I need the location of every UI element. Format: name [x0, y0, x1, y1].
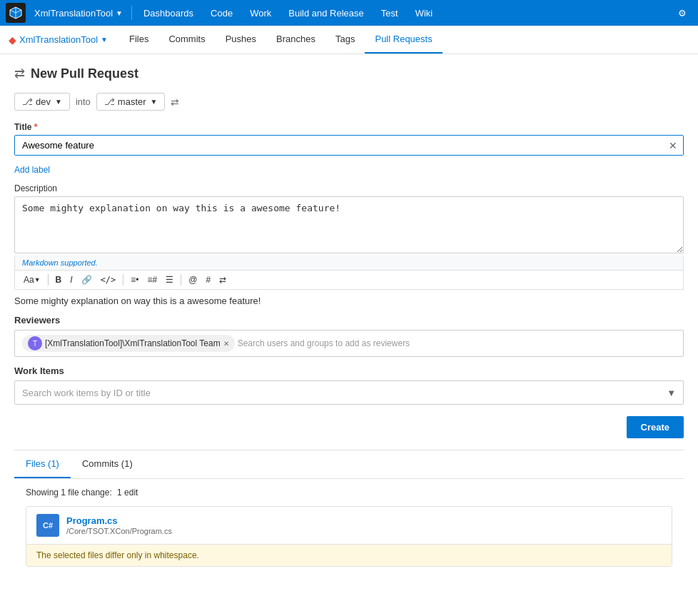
toolbar-mention-button[interactable]: @ [186, 273, 200, 286]
bottom-section: Files (1) Commits (1) Showing 1 file cha… [14, 450, 684, 575]
title-required: * [34, 122, 38, 132]
reviewer-avatar: T [28, 336, 42, 350]
reviewer-tag: T [XmlTranslationTool]\XmlTranslationToo… [22, 335, 235, 352]
file-path: /Core/TSOT.XCon/Program.cs [66, 527, 662, 535]
title-input-wrapper: ✕ [14, 135, 684, 156]
create-button[interactable]: Create [627, 416, 684, 438]
reviewers-input[interactable]: T [XmlTranslationTool]\XmlTranslationToo… [14, 330, 684, 357]
pull-request-icon: ⇄ [14, 66, 25, 81]
title-clear-button[interactable]: ✕ [669, 140, 677, 151]
title-section: Title * ✕ [14, 122, 684, 156]
work-items-label: Work Items [14, 365, 684, 376]
title-label: Title * [14, 122, 684, 132]
bottom-tab-commits[interactable]: Commits (1) [71, 450, 144, 478]
nav-item-test[interactable]: Test [373, 0, 407, 26]
secondary-nav-tabs: Files Commits Pushes Branches Tags Pull … [119, 26, 442, 54]
toolbar-bold-button[interactable]: B [53, 273, 65, 286]
toolbar-code-button[interactable]: </> [98, 273, 119, 286]
file-warning: The selected files differ only in whites… [26, 544, 672, 566]
tab-pushes[interactable]: Pushes [216, 26, 266, 54]
app-logo[interactable] [6, 3, 26, 23]
add-label-link[interactable]: Add label [14, 165, 50, 175]
editor-toolbar: Aa▼ B I 🔗 </> ≡• ≡# ☰ @ # ⇄ [14, 271, 684, 290]
nav-divider [131, 6, 132, 20]
nav-item-wiki[interactable]: Wiki [407, 0, 442, 26]
org-selector[interactable]: XmlTranslationTool ▼ [29, 8, 128, 19]
tab-files[interactable]: Files [119, 26, 158, 54]
target-branch-label: master [118, 96, 146, 107]
file-change-detail: 1 edit [117, 488, 138, 498]
bottom-tabs: Files (1) Commits (1) [14, 450, 684, 479]
toolbar-ol-button[interactable]: ≡# [145, 273, 161, 286]
settings-icon[interactable]: ⚙ [672, 8, 692, 19]
toolbar-link-button[interactable]: 🔗 [79, 273, 95, 286]
reviewer-search-placeholder: Search users and groups to add as review… [238, 338, 410, 348]
target-branch-chevron: ▼ [151, 98, 158, 106]
file-change-info: Showing 1 file change: 1 edit [26, 488, 672, 498]
repo-name: XmlTranslationTool [19, 34, 98, 45]
toolbar-pr-link-button[interactable]: ⇄ [216, 273, 229, 286]
nav-item-dashboards[interactable]: Dashboards [135, 0, 202, 26]
file-item: C# Program.cs /Core/TSOT.XCon/Program.cs… [26, 506, 672, 567]
work-items-input[interactable]: Search work items by ID or title ▼ [14, 380, 684, 405]
reviewer-name: [XmlTranslationTool]\XmlTranslationTool … [45, 338, 221, 348]
reviewers-section: Reviewers T [XmlTranslationTool]\XmlTran… [14, 315, 684, 357]
nav-item-code[interactable]: Code [202, 0, 241, 26]
file-lang-badge: C# [36, 514, 59, 537]
branch-icon-source: ⎇ [22, 96, 33, 107]
create-row: Create [14, 416, 684, 438]
description-textarea[interactable]: Some mighty explanation on way this is a… [14, 196, 684, 253]
target-branch-button[interactable]: ⎇ master ▼ [96, 93, 166, 111]
description-label: Description [14, 183, 684, 193]
toolbar-separator-2 [123, 274, 123, 286]
branch-icon-target: ⎇ [104, 96, 115, 107]
toolbar-separator-1 [48, 274, 49, 286]
toolbar-italic-button[interactable]: I [67, 273, 75, 286]
source-branch-button[interactable]: ⎇ dev ▼ [14, 93, 70, 111]
toolbar-ul-button[interactable]: ≡• [128, 273, 141, 286]
work-items-placeholder: Search work items by ID or title [22, 388, 151, 398]
toolbar-separator-3 [181, 274, 181, 286]
secondary-nav: ◆ XmlTranslationTool ▼ Files Commits Pus… [0, 26, 698, 54]
page-title-section: ⇄ New Pull Request [14, 66, 684, 81]
tab-pull-requests[interactable]: Pull Requests [365, 26, 442, 54]
tab-branches[interactable]: Branches [266, 26, 325, 54]
work-items-section: Work Items Search work items by ID or ti… [14, 365, 684, 405]
top-nav-items: Dashboards Code Work Build and Release T… [135, 0, 441, 26]
tab-tags[interactable]: Tags [325, 26, 365, 54]
title-input[interactable] [15, 136, 683, 155]
toolbar-checklist-button[interactable]: ☰ [163, 273, 176, 286]
page-title: New Pull Request [31, 66, 138, 81]
top-nav: XmlTranslationTool ▼ Dashboards Code Wor… [0, 0, 698, 26]
swap-branches-button[interactable]: ⇄ [171, 96, 179, 108]
file-item-header: C# Program.cs /Core/TSOT.XCon/Program.cs [26, 507, 672, 544]
toolbar-hash-button[interactable]: # [203, 273, 213, 286]
org-name: XmlTranslationTool [34, 8, 113, 19]
source-branch-label: dev [36, 96, 51, 107]
reviewers-label: Reviewers [14, 315, 684, 325]
file-change-summary: Showing 1 file change: [26, 488, 112, 498]
branch-selector: ⎇ dev ▼ into ⎇ master ▼ ⇄ [14, 93, 684, 111]
toolbar-font-button[interactable]: Aa▼ [21, 273, 44, 286]
description-preview: Some mighty explanation on way this is a… [14, 296, 684, 306]
reviewer-remove-button[interactable]: ✕ [223, 340, 229, 348]
tab-commits[interactable]: Commits [158, 26, 215, 54]
org-chevron-icon: ▼ [116, 9, 123, 17]
markdown-note: Markdown supported. [14, 256, 684, 271]
page-content: ⇄ New Pull Request ⎇ dev ▼ into ⎇ master… [0, 54, 698, 587]
bottom-tab-files[interactable]: Files (1) [14, 450, 71, 478]
nav-item-build-release[interactable]: Build and Release [280, 0, 373, 26]
file-info: Program.cs /Core/TSOT.XCon/Program.cs [66, 515, 662, 535]
file-name[interactable]: Program.cs [66, 515, 662, 526]
into-text: into [76, 96, 91, 107]
work-items-chevron-icon: ▼ [667, 388, 676, 398]
repo-selector[interactable]: ◆ XmlTranslationTool ▼ [9, 34, 108, 46]
source-branch-chevron: ▼ [55, 98, 62, 106]
repo-chevron-icon: ▼ [101, 36, 108, 44]
nav-item-work[interactable]: Work [241, 0, 280, 26]
bottom-content: Showing 1 file change: 1 edit C# Program… [14, 479, 684, 575]
repo-icon: ◆ [9, 34, 16, 46]
description-section: Description Some mighty explanation on w… [14, 183, 684, 306]
